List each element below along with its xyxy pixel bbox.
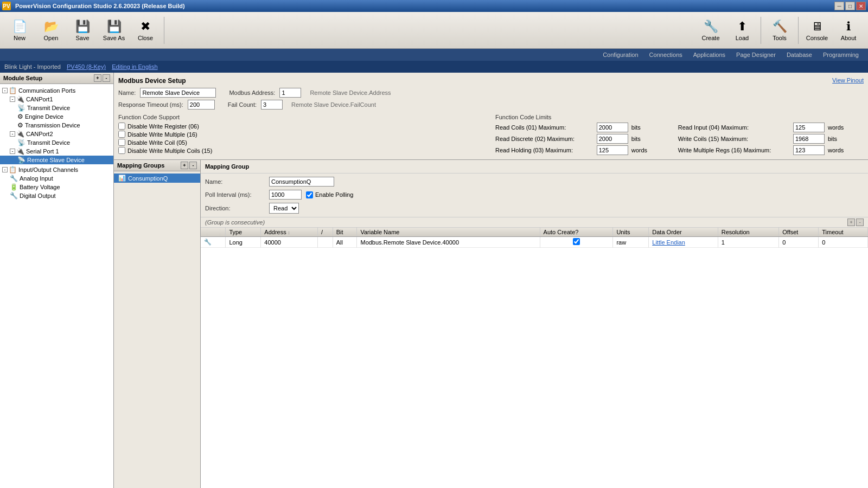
create-button[interactable]: 🔧 Create — [695, 15, 726, 46]
breadcrumb-locale[interactable]: Editing in English — [112, 63, 157, 70]
tree-item-transmit-device2[interactable]: 📡 Transmit Device — [0, 138, 113, 147]
digital-output-icon: 🔧 — [10, 192, 18, 200]
new-button[interactable]: 📄 New — [4, 15, 35, 46]
title-bar-controls[interactable]: ─ □ ✕ — [834, 2, 866, 10]
tree-expand-comm-ports[interactable]: - — [2, 88, 8, 93]
module-setup-header: Module Setup + - — [0, 73, 113, 84]
tree-item-canport1[interactable]: - 🔌 CANPort1 — [0, 95, 113, 104]
fc-checkbox-0[interactable] — [118, 123, 125, 130]
serial-port1-label: Serial Port 1 — [26, 148, 59, 155]
tree-item-battery-voltage[interactable]: 🔋 Battery Voltage — [0, 183, 113, 191]
col-bit: Bit — [333, 228, 357, 237]
fc-checkbox-label-3: Disable Write Multiple Coils (15) — [127, 147, 212, 154]
create-icon: 🔧 — [704, 20, 718, 34]
tab-programming[interactable]: Programming — [818, 50, 864, 60]
tree-item-transmission-device[interactable]: ⚙ Transmission Device — [0, 121, 113, 130]
row-icon: 🔧 — [204, 239, 212, 245]
tools-button[interactable]: 🔨 Tools — [764, 15, 795, 46]
right-panel: View Pinout Modbus Device Setup Name: Mo… — [114, 73, 868, 488]
modbus-address-input[interactable] — [279, 88, 301, 98]
tree-item-transmit-device[interactable]: 📡 Transmit Device — [0, 104, 113, 112]
tab-database[interactable]: Database — [782, 50, 817, 60]
enable-polling-label[interactable]: Enable Polling — [306, 191, 353, 198]
panel-remove-button[interactable]: - — [103, 74, 110, 82]
tree-item-comm-ports[interactable]: - 📋 Communication Ports — [0, 86, 113, 95]
poll-interval-input[interactable] — [269, 190, 302, 200]
close-button[interactable]: ✖ Close — [130, 15, 161, 46]
row-slash — [317, 237, 333, 248]
fail-count-input[interactable] — [261, 100, 283, 110]
tree-item-digital-output[interactable]: 🔧 Digital Output — [0, 191, 113, 200]
col-address[interactable]: Address — [261, 228, 318, 237]
fc-limit-input-5[interactable] — [793, 145, 825, 155]
maximize-button[interactable]: □ — [845, 2, 855, 10]
direction-select[interactable]: Read Write — [269, 203, 299, 214]
tree-expand-serial-port1[interactable]: - — [10, 149, 15, 154]
view-pinout-link[interactable]: View Pinout — [832, 77, 864, 84]
row-auto-create-checkbox[interactable] — [573, 238, 580, 245]
tab-applications[interactable]: Applications — [688, 50, 730, 60]
mt-remove-button[interactable]: - — [856, 219, 864, 226]
title-bar: PV PowerVision Configuration Studio 2.6.… — [0, 0, 868, 12]
close-window-button[interactable]: ✕ — [856, 2, 866, 10]
tree-expand-canport2[interactable]: - — [10, 131, 15, 137]
fc-checkbox-2[interactable] — [118, 139, 125, 146]
fc-limit-label-4: Write Coils (15) Maximum: — [678, 136, 791, 142]
fc-limit-input-2[interactable] — [597, 145, 628, 155]
tab-configuration[interactable]: Configuration — [598, 50, 643, 60]
fc-limit-input-4[interactable] — [793, 134, 825, 144]
mapping-groups-add-button[interactable]: + — [181, 162, 188, 169]
breadcrumb-device[interactable]: PV450 (8-Key) — [67, 63, 106, 70]
close-label: Close — [138, 35, 153, 41]
mapping-groups-remove-button[interactable]: - — [189, 162, 197, 169]
row-data-order-link[interactable]: Little Endian — [652, 239, 685, 246]
enable-polling-checkbox[interactable] — [306, 191, 313, 198]
io-channels-icon: 📋 — [9, 166, 17, 174]
tab-page-designer[interactable]: Page Designer — [731, 50, 781, 60]
mt-add-button[interactable]: + — [847, 219, 855, 226]
tree-item-io-channels[interactable]: - 📋 Input/Output Channels — [0, 165, 113, 174]
col-data-order: Data Order — [649, 228, 718, 237]
remote-slave-label: Remote Slave Device — [27, 157, 85, 163]
new-icon: 📄 — [12, 20, 27, 34]
tree-item-remote-slave[interactable]: 📡 Remote Slave Device — [0, 156, 113, 164]
module-setup-title: Module Setup — [3, 75, 42, 81]
title-bar-text: PowerVision Configuration Studio 2.6.200… — [15, 3, 185, 9]
tree-expand-io-channels[interactable]: - — [2, 167, 8, 172]
mapping-name-input[interactable] — [269, 177, 334, 187]
console-label: Console — [806, 35, 828, 41]
name-input[interactable] — [140, 88, 216, 98]
tree-item-analog-input[interactable]: 🔧 Analog Input — [0, 174, 113, 183]
tree-expand-canport1[interactable]: - — [10, 97, 15, 102]
fc-limit-input-0[interactable] — [597, 123, 628, 132]
canport2-icon: 🔌 — [16, 130, 24, 138]
fc-limit-label-3: Read Input (04) Maximum: — [678, 124, 791, 131]
fc-checkbox-label-1: Disable Write Multiple (16) — [127, 131, 197, 138]
tree-item-serial-port1[interactable]: - 🔌 Serial Port 1 — [0, 147, 113, 156]
about-button[interactable]: ℹ About — [833, 15, 864, 46]
fc-checkbox-1[interactable] — [118, 131, 125, 138]
tree-item-canport2[interactable]: - 🔌 CANPort2 — [0, 130, 113, 138]
save-button[interactable]: 💾 Save — [67, 15, 98, 46]
load-button[interactable]: ⬆ Load — [727, 15, 757, 46]
col-resolution: Resolution — [718, 228, 779, 237]
fc-limit-input-1[interactable] — [597, 134, 628, 144]
fc-limit-input-3[interactable] — [793, 123, 825, 132]
name-label: Name: — [118, 89, 136, 96]
save-as-button[interactable]: 💾 Save As — [99, 15, 129, 46]
io-channels-label: Input/Output Channels — [18, 166, 78, 173]
row-units: raw — [613, 237, 649, 248]
mapping-table: Type Address / Bit Variable Name Auto Cr… — [201, 228, 868, 248]
fc-checkbox-3[interactable] — [118, 147, 125, 154]
console-button[interactable]: 🖥 Console — [802, 15, 832, 46]
row-icon-cell: 🔧 — [201, 237, 226, 248]
panel-add-button[interactable]: + — [94, 74, 101, 82]
mg-item-consumptionq[interactable]: 📊 ConsumptionQ — [114, 174, 200, 183]
tab-connections[interactable]: Connections — [644, 50, 687, 60]
tree-item-engine-device[interactable]: ⚙ Engine Device — [0, 112, 113, 121]
tree: - 📋 Communication Ports - 🔌 CANPort1 📡 T… — [0, 84, 113, 488]
minimize-button[interactable]: ─ — [834, 2, 844, 10]
open-button[interactable]: 📂 Open — [36, 15, 66, 46]
response-timeout-input[interactable] — [188, 100, 215, 110]
row-timeout: 0 — [819, 237, 868, 248]
